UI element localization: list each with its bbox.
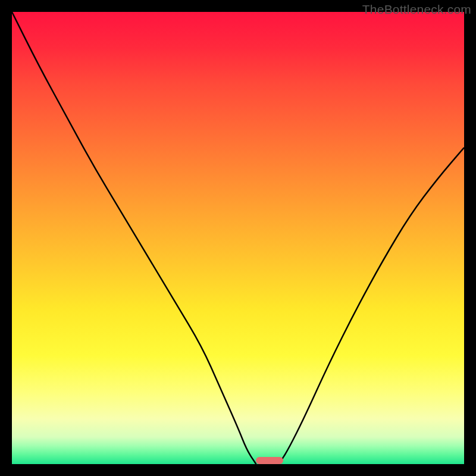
bottleneck-curve bbox=[12, 12, 464, 464]
optimal-marker bbox=[256, 457, 283, 464]
watermark-text: TheBottleneck.com bbox=[362, 2, 471, 17]
left-curve-path bbox=[12, 12, 256, 464]
chart-frame: TheBottleneck.com bbox=[0, 0, 476, 476]
plot-area bbox=[12, 12, 464, 464]
right-curve-path bbox=[278, 148, 464, 464]
